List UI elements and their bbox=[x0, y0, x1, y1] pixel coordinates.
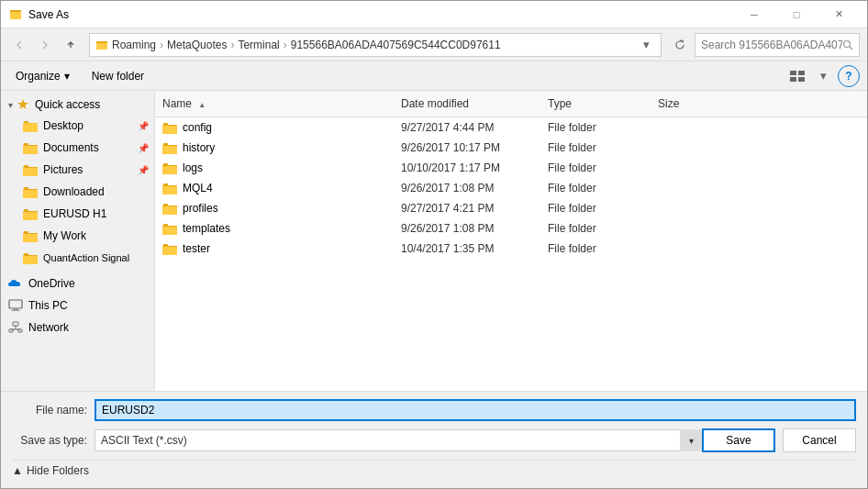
col-header-type[interactable]: Type bbox=[540, 94, 651, 113]
svg-rect-5 bbox=[98, 41, 101, 43]
file-name: MQL4 bbox=[183, 182, 213, 194]
svg-rect-58 bbox=[163, 224, 168, 226]
sidebar-item-documents[interactable]: Documents 📌 bbox=[1, 137, 154, 159]
address-dropdown-button[interactable]: ▾ bbox=[637, 34, 655, 56]
sidebar-item-thispc[interactable]: This PC bbox=[1, 295, 154, 317]
sidebar-item-onedrive[interactable]: OneDrive bbox=[1, 272, 154, 295]
thispc-icon bbox=[8, 299, 23, 312]
search-box[interactable] bbox=[695, 33, 860, 57]
sidebar: ▾ Quick access Desktop 📌 bbox=[1, 91, 155, 391]
col-header-date[interactable]: Date modified bbox=[394, 94, 540, 113]
col-header-size[interactable]: Size bbox=[651, 94, 724, 113]
svg-rect-15 bbox=[24, 121, 28, 123]
svg-marker-12 bbox=[17, 99, 28, 109]
nav-toolbar: Roaming › MetaQuotes › Terminal › 915566… bbox=[1, 28, 867, 61]
sidebar-item-pictures[interactable]: Pictures 📌 bbox=[1, 159, 154, 181]
address-bar[interactable]: Roaming › MetaQuotes › Terminal › 915566… bbox=[89, 33, 662, 57]
filetype-select[interactable]: ASCII Text (*.csv) bbox=[95, 429, 702, 451]
forward-button[interactable] bbox=[34, 34, 56, 56]
up-button[interactable] bbox=[60, 34, 82, 56]
svg-line-7 bbox=[850, 47, 852, 50]
close-button[interactable]: ✕ bbox=[818, 1, 860, 28]
file-folder-icon bbox=[162, 241, 177, 256]
svg-rect-34 bbox=[23, 256, 38, 264]
file-type: File folder bbox=[540, 240, 651, 257]
sidebar-item-mywork[interactable]: My Work bbox=[1, 225, 154, 247]
filetype-row: Save as type: ASCII Text (*.csv) ▾ Save … bbox=[12, 428, 856, 452]
file-name: templates bbox=[183, 222, 230, 235]
table-row[interactable]: MQL4 9/26/2017 1:08 PM File folder bbox=[155, 178, 867, 198]
file-size bbox=[651, 166, 724, 170]
pictures-folder-icon bbox=[23, 162, 38, 177]
dialog-title: Save As bbox=[28, 8, 733, 21]
sidebar-item-quantaction[interactable]: QuantAction Signal bbox=[1, 247, 154, 269]
quick-access-header[interactable]: ▾ Quick access bbox=[1, 94, 154, 115]
table-row[interactable]: logs 10/10/2017 1:17 PM File folder bbox=[155, 158, 867, 178]
svg-rect-48 bbox=[162, 146, 177, 154]
file-name: history bbox=[183, 141, 215, 154]
address-part-metaquotes: MetaQuotes bbox=[167, 39, 227, 51]
svg-rect-16 bbox=[23, 124, 38, 132]
view-options-button[interactable] bbox=[786, 65, 808, 87]
new-folder-button[interactable]: New folder bbox=[84, 65, 151, 87]
file-name: config bbox=[183, 121, 212, 134]
table-row[interactable]: profiles 9/27/2017 4:21 PM File folder bbox=[155, 198, 867, 218]
documents-folder-icon bbox=[23, 140, 38, 155]
svg-rect-23 bbox=[24, 187, 28, 189]
desktop-folder-icon bbox=[23, 118, 38, 133]
svg-rect-20 bbox=[24, 165, 28, 167]
filetype-select-wrapper: ASCII Text (*.csv) ▾ bbox=[95, 429, 702, 451]
table-row[interactable]: tester 10/4/2017 1:35 PM File folder bbox=[155, 239, 867, 259]
svg-rect-32 bbox=[24, 253, 28, 255]
file-name-cell: tester bbox=[155, 239, 394, 258]
sidebar-item-eurusd[interactable]: EURUSD H1 bbox=[1, 203, 154, 225]
sidebar-onedrive-label: OneDrive bbox=[28, 277, 75, 290]
address-part-terminal: Terminal bbox=[238, 39, 279, 51]
svg-point-6 bbox=[844, 40, 851, 47]
sidebar-item-downloaded[interactable]: Downloaded bbox=[1, 181, 154, 203]
svg-rect-19 bbox=[23, 146, 38, 154]
filename-input[interactable] bbox=[95, 399, 856, 421]
file-date: 9/26/2017 10:17 PM bbox=[394, 139, 540, 156]
refresh-button[interactable] bbox=[669, 34, 691, 56]
table-row[interactable]: history 9/26/2017 10:17 PM File folder bbox=[155, 138, 867, 158]
col-header-name[interactable]: Name ▲ bbox=[155, 94, 394, 113]
search-input[interactable] bbox=[701, 39, 842, 51]
search-icon bbox=[842, 39, 853, 50]
svg-rect-37 bbox=[11, 310, 20, 311]
bottom-bar: File name: Save as type: ASCII Text (*.c… bbox=[1, 391, 867, 488]
secondary-toolbar: Organize ▾ New folder ▾ ? bbox=[1, 61, 867, 91]
svg-rect-11 bbox=[798, 77, 805, 82]
file-type: File folder bbox=[540, 180, 651, 196]
maximize-button[interactable]: □ bbox=[775, 1, 818, 28]
svg-rect-61 bbox=[163, 244, 168, 246]
sidebar-item-desktop[interactable]: Desktop 📌 bbox=[1, 115, 154, 137]
file-type: File folder bbox=[540, 200, 651, 217]
onedrive-icon bbox=[8, 277, 23, 290]
sidebar-item-network[interactable]: Network bbox=[1, 317, 154, 339]
svg-rect-22 bbox=[23, 168, 38, 176]
file-date: 9/26/2017 1:08 PM bbox=[394, 220, 540, 237]
organize-button[interactable]: Organize ▾ bbox=[8, 65, 77, 87]
main-content: ▾ Quick access Desktop 📌 bbox=[1, 91, 867, 391]
pictures-pin-icon: 📌 bbox=[138, 165, 149, 175]
sidebar-network-label: Network bbox=[28, 321, 69, 334]
save-button[interactable]: Save bbox=[702, 428, 775, 452]
minimize-button[interactable]: ─ bbox=[733, 1, 775, 28]
cancel-button[interactable]: Cancel bbox=[783, 428, 856, 452]
file-date: 9/27/2017 4:21 PM bbox=[394, 200, 540, 217]
hide-folders-button[interactable]: ▲ Hide Folders bbox=[12, 464, 89, 477]
address-part-id: 915566BA06ADA407569C544CC0D97611 bbox=[291, 39, 501, 51]
file-list: Name ▲ Date modified Type Size bbox=[155, 91, 867, 391]
sidebar-eurusd-label: EURUSD H1 bbox=[43, 207, 106, 220]
file-name-cell: history bbox=[155, 139, 394, 157]
table-row[interactable]: config 9/27/2017 4:44 PM File folder bbox=[155, 117, 867, 138]
help-button[interactable]: ? bbox=[838, 65, 860, 87]
svg-rect-52 bbox=[163, 183, 168, 185]
file-size bbox=[651, 227, 724, 230]
filename-row: File name: bbox=[12, 399, 856, 421]
back-button[interactable] bbox=[8, 34, 30, 56]
table-row[interactable]: templates 9/26/2017 1:08 PM File folder bbox=[155, 218, 867, 239]
filename-label: File name: bbox=[12, 404, 95, 417]
view-dropdown-button[interactable]: ▾ bbox=[812, 65, 834, 87]
